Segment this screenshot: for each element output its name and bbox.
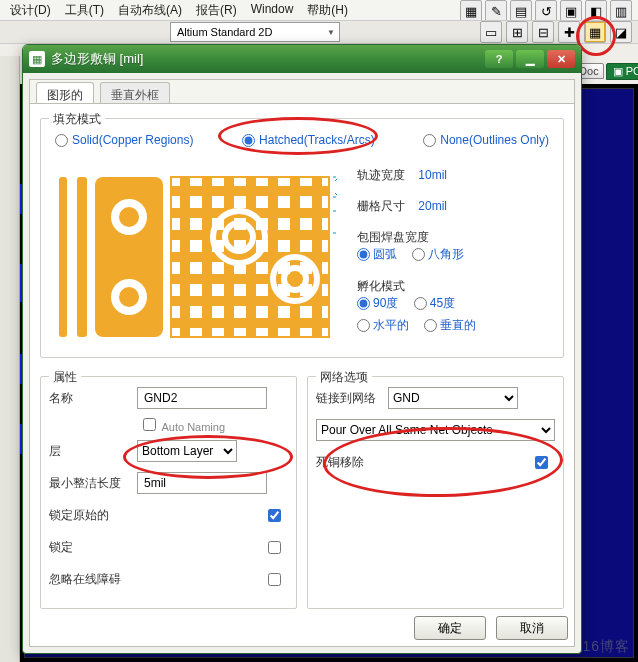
toolbar-icon[interactable]: ▥ — [610, 0, 632, 22]
toolbar-icon[interactable]: ▭ — [480, 21, 502, 43]
help-button[interactable]: ? — [485, 50, 513, 68]
ignore-violations-label: 忽略在线障碍 — [49, 571, 167, 588]
dead-copper-checkbox[interactable] — [535, 456, 548, 469]
fillmode-legend: 填充模式 — [49, 111, 105, 128]
properties-group: 属性 名称 Auto Naming 层 Bottom Layer 最小整洁长度 — [40, 376, 297, 609]
dialog-titlebar[interactable]: ▦ 多边形敷铜 [mil] ? ▁ ✕ — [23, 45, 581, 73]
connect-net-select[interactable]: GND — [388, 387, 518, 409]
menu-bar: 设计(D) 工具(T) 自动布线(A) 报告(R) Window 帮助(H) ▦… — [0, 0, 638, 20]
tab-content: 填充模式 Solid(Copper Regions) Hatched(Track… — [30, 104, 574, 646]
tab-outline[interactable]: 垂直外框 — [100, 82, 170, 103]
menu-tools[interactable]: 工具(T) — [59, 0, 110, 20]
toolbar-icon[interactable]: ⊟ — [532, 21, 554, 43]
name-label: 名称 — [49, 390, 137, 407]
toolbar-icon[interactable]: ▣ — [560, 0, 582, 22]
menu-window[interactable]: Window — [245, 0, 300, 20]
ignore-violations-checkbox[interactable] — [268, 573, 281, 586]
pour-over-select[interactable]: Pour Over All Same Net Objects — [316, 419, 555, 441]
fillmode-group: 填充模式 Solid(Copper Regions) Hatched(Track… — [40, 118, 564, 358]
cancel-button[interactable]: 取消 — [496, 616, 568, 640]
radio-surround-oct[interactable]: 八角形 — [412, 246, 464, 263]
hatch-preview-icon — [49, 167, 339, 347]
polygon-pour-tool-icon[interactable]: ▦ — [584, 21, 606, 43]
properties-legend: 属性 — [49, 369, 81, 386]
track-width-label: 轨迹宽度 — [357, 168, 405, 182]
surround-label: 包围焊盘宽度 — [357, 229, 555, 246]
radio-horiz[interactable]: 水平的 — [357, 317, 409, 334]
toolbar-icon[interactable]: ▤ — [510, 0, 532, 22]
lock-primitives-checkbox[interactable] — [268, 509, 281, 522]
toolbar-icon[interactable]: ▦ — [460, 0, 482, 22]
svg-point-6 — [119, 287, 139, 307]
left-dock — [0, 56, 20, 662]
hatchmode-label: 孵化模式 — [357, 278, 555, 295]
layer-select[interactable]: Bottom Layer — [137, 440, 237, 462]
dead-copper-label: 死铜移除 — [316, 454, 434, 471]
dialog-body: 图形的 垂直外框 填充模式 Solid(Copper Regions) Hatc… — [29, 79, 575, 647]
pcb-tab[interactable]: ▣PCB — [606, 63, 638, 80]
grid-size-label: 栅格尺寸 — [357, 199, 405, 213]
view-mode-label: Altium Standard 2D — [177, 26, 272, 38]
minimize-button[interactable]: ▁ — [516, 50, 544, 68]
close-button[interactable]: ✕ — [547, 50, 575, 68]
connect-net-label: 链接到网络 — [316, 390, 388, 407]
view-mode-dropdown[interactable]: Altium Standard 2D — [170, 22, 340, 42]
toolbar-icon[interactable]: ✎ — [485, 0, 507, 22]
svg-rect-1 — [77, 177, 87, 337]
menu-help[interactable]: 帮助(H) — [301, 0, 354, 20]
auto-naming-checkbox[interactable]: Auto Naming — [139, 421, 225, 433]
dialog-icon: ▦ — [29, 51, 45, 67]
toolbar-icon[interactable]: ◧ — [585, 0, 607, 22]
tabs: 图形的 垂直外框 — [30, 80, 574, 104]
grid-size-value[interactable]: 20mil — [418, 199, 447, 213]
lock-checkbox[interactable] — [268, 541, 281, 554]
radio-45[interactable]: 45度 — [414, 295, 455, 312]
svg-rect-0 — [59, 177, 67, 337]
lock-primitives-label: 锁定原始的 — [49, 507, 167, 524]
toolbar-icon[interactable]: ⊞ — [506, 21, 528, 43]
name-input[interactable] — [137, 387, 267, 409]
track-width-value[interactable]: 10mil — [418, 168, 447, 182]
neck-label: 最小整洁长度 — [49, 475, 137, 492]
menu-report[interactable]: 报告(R) — [190, 0, 243, 20]
toolbar-icon[interactable]: ◪ — [610, 21, 632, 43]
dialog-title: 多边形敷铜 [mil] — [51, 50, 485, 68]
hatch-params: 轨迹宽度 10mil 栅格尺寸 20mil 包围焊盘宽度 圆弧 八角形 — [357, 167, 555, 349]
svg-point-4 — [119, 207, 139, 227]
radio-90[interactable]: 90度 — [357, 295, 398, 312]
tab-graphical[interactable]: 图形的 — [36, 82, 94, 103]
radio-hatched[interactable]: Hatched(Tracks/Arcs) — [242, 133, 375, 147]
menu-design[interactable]: 设计(D) — [4, 0, 57, 20]
neck-input[interactable] — [137, 472, 267, 494]
toolbar-icon[interactable]: ✚ — [558, 21, 580, 43]
radio-solid[interactable]: Solid(Copper Regions) — [55, 133, 193, 147]
radio-none[interactable]: None(Outlines Only) — [423, 133, 549, 147]
radio-vert[interactable]: 垂直的 — [424, 317, 476, 334]
lock-label: 锁定 — [49, 539, 167, 556]
menu-autoroute[interactable]: 自动布线(A) — [112, 0, 188, 20]
net-options-group: 网络选项 链接到网络 GND Pour Over All Same Net Ob… — [307, 376, 564, 609]
ok-button[interactable]: 确定 — [414, 616, 486, 640]
layer-label: 层 — [49, 443, 137, 460]
toolbar-icon[interactable]: ↺ — [535, 0, 557, 22]
toolbar: Altium Standard 2D ▭ ⊞ ⊟ ✚ ▦ ◪ — [0, 20, 638, 44]
radio-surround-arc[interactable]: 圆弧 — [357, 246, 397, 263]
net-legend: 网络选项 — [316, 369, 372, 386]
polygon-pour-dialog: ▦ 多边形敷铜 [mil] ? ▁ ✕ 图形的 垂直外框 填充模式 Solid(… — [22, 44, 582, 654]
